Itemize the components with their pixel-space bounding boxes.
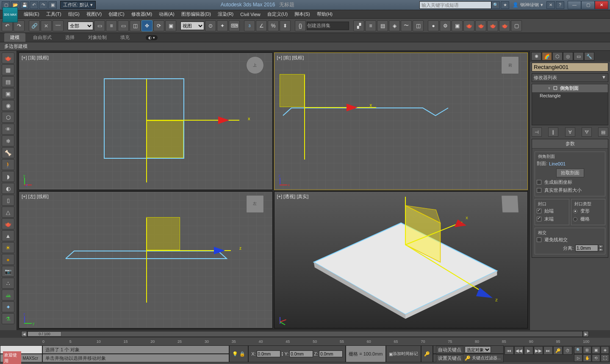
tab-create-icon[interactable]: ✺ [531,52,541,61]
key-target[interactable]: 选定对象 [465,346,491,353]
ref-coord-system[interactable]: 视图 [180,22,204,30]
keyboard-shortcut-icon[interactable]: ⌨ [229,20,240,31]
menu-edit[interactable]: 编辑(E) [20,10,43,18]
freeze-icon[interactable]: ❄ [2,135,14,146]
zoom-icon[interactable]: 🔍 [574,346,582,354]
stack-modifier[interactable]: ♀ ☐ 倒角剖面 [532,84,608,92]
prev-frame-icon[interactable]: ◀◀ [514,346,524,355]
snap-toggle-icon[interactable]: 3 [244,20,255,31]
render-iter-icon[interactable]: 🫖 [475,20,486,31]
cap-grid-radio[interactable]: 栅格 [573,215,604,223]
gen-uv-checkbox[interactable]: 生成贴图坐标 [537,178,603,186]
pot-tool-icon[interactable]: 🫖 [2,218,14,229]
manipulate-icon[interactable]: ✦ [217,20,228,31]
tab-modify-icon[interactable]: 🌈 [542,52,552,61]
hierarchy-icon[interactable]: ⬡ [2,112,14,123]
viewcube-persp[interactable] [501,195,519,212]
favorites-icon[interactable]: ★ [501,1,509,9]
show-result-icon[interactable]: ∥ [548,127,558,137]
compass-icon[interactable]: ✦ [2,301,14,312]
orbit-icon[interactable]: ⟲ [592,354,600,362]
render-frame-icon[interactable]: ▣ [452,20,463,31]
app-menu-icon[interactable]: 3DS MAX [3,7,18,22]
fov-icon[interactable]: ▷ [574,354,582,362]
modifier-stack[interactable]: ♀ ☐ 倒角剖面 Rectangle [532,84,608,125]
select-icon[interactable]: ▭ [94,20,105,31]
viewport-label[interactable]: [+] [前] [线框] [277,55,304,61]
tab-display-icon[interactable]: ▭ [574,52,584,61]
lock-icon[interactable]: 💡 🔒 [229,345,248,362]
ribbon-toggle-icon[interactable]: ◐ ▾ [146,35,158,40]
menu-graph[interactable]: 图形编辑器(D) [178,10,214,18]
viewport-top[interactable]: [+] [顶] [线框] 上 x y z [19,52,273,190]
time-thumb[interactable]: 0 / 100 [28,331,61,336]
graphite-icon[interactable]: ◈ [389,20,400,31]
goto-start-icon[interactable]: ⏮ [505,346,514,355]
time-config-icon[interactable]: ⏱ [563,346,572,355]
cap-end-checkbox[interactable]: 末端 [537,215,567,223]
select-region-icon[interactable]: ▭ [118,20,129,31]
search-box[interactable] [419,1,491,9]
tab-motion-icon[interactable]: ◎ [563,52,573,61]
add-time-tag[interactable]: ▣ 添加时间标记 [386,345,421,362]
pan-icon[interactable]: ✋ [583,354,591,362]
zoom-all-icon[interactable]: ⊞ [583,346,591,354]
maxscript-label[interactable]: MAXScr [21,355,39,361]
viewport-left[interactable]: [+] [左] [线框] 左 z z y [19,191,273,329]
pivot-center-icon[interactable]: ⊙ [205,20,216,31]
configure-sets-icon[interactable]: ▤ [598,127,608,137]
key-filters[interactable]: 关键点过滤器... [472,355,501,361]
viewport-label[interactable]: [+] [顶] [线框] [22,55,49,61]
x-input[interactable] [257,350,280,357]
stack-base[interactable]: Rectangle [532,92,608,99]
user-menu[interactable]: 👤 钢神绿钢 ▾ [510,2,546,8]
container-icon[interactable]: ▦ [2,64,14,75]
tab-populate[interactable]: 填充 [114,33,136,42]
render-last-icon[interactable]: 🫖 [499,20,510,31]
material-editor-icon[interactable]: ● [428,20,439,31]
goto-end-icon[interactable]: ⏭ [543,346,553,355]
viewport-label[interactable]: [+] [透视] [真实] [277,193,309,200]
selection-set-input[interactable] [307,22,349,30]
z-input[interactable] [319,350,343,357]
tab-selection[interactable]: 选择 [59,33,80,42]
angle-snap-icon[interactable]: ∠ [256,20,267,31]
menu-help[interactable]: 帮助(H) [313,10,336,18]
infocenter-icon[interactable]: 🔍 [491,1,500,9]
render-cloud-icon[interactable]: ▢ [511,20,522,31]
selection-filter[interactable]: 全部 [68,22,93,30]
bone-icon[interactable]: 🦴 [2,147,14,158]
render-setup-icon[interactable]: ⚙ [440,20,451,31]
viewport-front[interactable]: [+] [前] [线框] 前 x z x [274,52,528,190]
redo-qat-icon[interactable]: ↷ [39,1,47,9]
set-key-button[interactable]: 设置关键点 [436,354,463,362]
object-name-input[interactable] [532,63,608,72]
tab-hierarchy-icon[interactable]: ⬡ [552,52,563,61]
named-selection-icon[interactable]: {} [295,20,306,31]
help-icon[interactable]: ? [556,1,564,9]
cap-start-checkbox[interactable]: 始端 [537,207,567,215]
zoom-ext-all-icon[interactable]: ◈ [601,346,609,354]
window-crossing-icon[interactable]: ◫ [130,20,141,31]
pick-profile-button[interactable]: 拾取剖面 [556,168,584,177]
avoid-intersect-checkbox[interactable]: 避免线相交 [537,236,603,244]
schematic-icon[interactable]: ◫ [413,20,424,31]
menu-maxscript[interactable]: 脚本(S) [291,10,313,18]
cone-icon[interactable]: △ [2,207,14,218]
pin-stack-icon[interactable]: ⊣ [532,127,542,137]
viewcube-left[interactable]: 左 [246,195,264,213]
select-name-icon[interactable]: ≡ [106,20,117,31]
link-tool-icon[interactable]: ◉ [2,100,14,111]
exchange-icon[interactable]: ✕ [546,1,555,9]
render-active-icon[interactable]: 🫖 [487,20,498,31]
particles-icon[interactable]: ∴ [2,278,14,289]
tab-modeling[interactable]: 建模 [4,33,25,42]
menu-animation[interactable]: 动画(A) [155,10,178,18]
rollout-header[interactable]: 参数 [532,139,608,149]
next-key-icon[interactable]: ▶ [583,331,589,337]
menu-tools[interactable]: 工具(T) [43,10,65,18]
save-icon[interactable]: 💾 [20,1,29,9]
separation-spinner[interactable]: ▲▼ [575,245,603,251]
menu-rendering[interactable]: 渲染(R) [214,10,237,18]
hide-icon[interactable]: 👁 [2,124,14,135]
